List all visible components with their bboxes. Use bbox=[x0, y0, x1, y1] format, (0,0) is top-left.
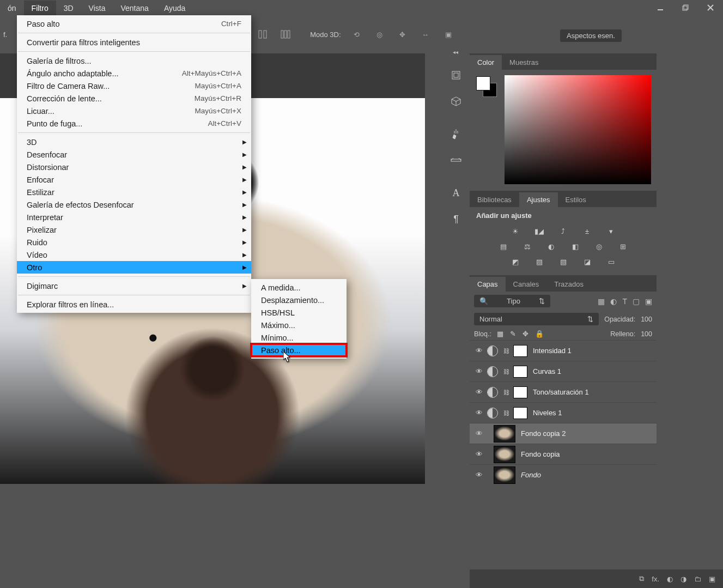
layer-item[interactable]: 👁⛓Curvas 1 bbox=[470, 361, 657, 381]
menu-item[interactable]: Ruido▶ bbox=[17, 236, 251, 248]
scale-icon[interactable]: ▣ bbox=[441, 27, 455, 41]
restore-button[interactable] bbox=[673, 0, 698, 15]
selectivecolor-icon[interactable]: ◪ bbox=[580, 256, 595, 268]
add-mask-icon[interactable]: ◐ bbox=[667, 575, 673, 583]
filter-type-icon[interactable]: T bbox=[622, 297, 627, 306]
link-layers-icon[interactable]: ⧉ bbox=[639, 574, 644, 583]
posterize-icon[interactable]: ▨ bbox=[532, 256, 547, 268]
roll-icon[interactable]: ◎ bbox=[373, 27, 387, 41]
align-icon-2[interactable] bbox=[278, 27, 293, 41]
visibility-toggle[interactable]: 👁 bbox=[473, 429, 485, 438]
menubar-item-ventana[interactable]: Ventana bbox=[113, 1, 156, 16]
menu-item[interactable]: Distorsionar▶ bbox=[17, 161, 251, 173]
filter-smart-icon[interactable]: ▣ bbox=[645, 297, 652, 306]
tab-canales[interactable]: Canales bbox=[506, 277, 547, 292]
submendu-item[interactable]: Desplazamiento... bbox=[251, 294, 347, 306]
tab-color[interactable]: Color bbox=[470, 55, 502, 70]
menu-item[interactable]: Explorar filtros en línea... bbox=[17, 298, 251, 311]
menu-item[interactable]: Otro▶ bbox=[17, 261, 251, 274]
submendu-item[interactable]: Mínimo... bbox=[251, 331, 347, 344]
tab-ajustes[interactable]: Ajustes bbox=[519, 192, 558, 207]
menu-item[interactable]: Convertir para filtros inteligentes bbox=[17, 36, 251, 49]
invert-icon[interactable]: ◩ bbox=[508, 256, 523, 268]
filter-shape-icon[interactable]: ▢ bbox=[633, 297, 640, 306]
new-adjust-icon[interactable]: ◑ bbox=[681, 575, 686, 583]
submendu-item[interactable]: Máximo... bbox=[251, 319, 347, 331]
layer-name[interactable]: Intensidad 1 bbox=[533, 347, 572, 355]
exposure-icon[interactable]: ± bbox=[580, 225, 595, 237]
visibility-toggle[interactable]: 👁 bbox=[473, 409, 485, 417]
tab-capas[interactable]: Capas bbox=[470, 277, 506, 292]
visibility-toggle[interactable]: 👁 bbox=[473, 450, 485, 458]
menu-item[interactable]: Pixelizar▶ bbox=[17, 223, 251, 236]
channelmixer-icon[interactable]: ⊞ bbox=[616, 240, 631, 252]
pan-icon[interactable]: ✥ bbox=[396, 27, 410, 41]
menu-item[interactable]: Vídeo▶ bbox=[17, 248, 251, 261]
tab-estilos[interactable]: Estilos bbox=[558, 192, 594, 207]
character-icon[interactable]: A bbox=[446, 183, 466, 203]
layer-item[interactable]: 👁Fondo bbox=[470, 464, 657, 485]
layer-mask-thumb[interactable] bbox=[513, 407, 527, 419]
align-icon-1[interactable] bbox=[256, 27, 270, 41]
panels-collapse-handle[interactable]: ◂◂ bbox=[446, 49, 465, 54]
filter-pixel-icon[interactable]: ▦ bbox=[598, 297, 605, 306]
photofilter-icon[interactable]: ◎ bbox=[592, 240, 607, 252]
history-icon[interactable] bbox=[446, 65, 466, 85]
layer-thumb[interactable] bbox=[494, 466, 515, 484]
menu-item[interactable]: Filtro de Camera Raw...Mayús+Ctrl+A bbox=[17, 80, 251, 92]
menu-item[interactable]: Interpretar▶ bbox=[17, 211, 251, 223]
orbit-icon[interactable]: ⟲ bbox=[350, 27, 364, 41]
close-button[interactable] bbox=[698, 0, 723, 15]
minimize-button[interactable] bbox=[648, 0, 673, 15]
colorbalance-icon[interactable]: ◐ bbox=[544, 240, 559, 252]
opacity-value[interactable]: 100 bbox=[641, 316, 652, 323]
menubar-item-3d[interactable]: 3D bbox=[56, 1, 81, 16]
menu-item[interactable]: Galería de efectos Desenfocar▶ bbox=[17, 198, 251, 211]
menu-item[interactable]: Digimarc▶ bbox=[17, 280, 251, 292]
layer-thumb[interactable] bbox=[494, 425, 515, 442]
layer-item[interactable]: 👁⛓Intensidad 1 bbox=[470, 340, 657, 361]
tab-muestras[interactable]: Muestras bbox=[502, 55, 546, 70]
3d-panel-icon[interactable] bbox=[446, 92, 466, 111]
layer-name[interactable]: Curvas 1 bbox=[533, 367, 561, 375]
layer-name[interactable]: Tono/saturación 1 bbox=[533, 388, 589, 396]
layer-item[interactable]: 👁⛓Niveles 1 bbox=[470, 402, 657, 423]
fg-color[interactable] bbox=[476, 76, 490, 90]
menubar-item-truncated[interactable]: ón bbox=[0, 1, 24, 16]
layer-item[interactable]: 👁Fondo copia bbox=[470, 444, 657, 464]
menu-item[interactable]: Desenfocar▶ bbox=[17, 148, 251, 161]
visibility-toggle[interactable]: 👁 bbox=[473, 471, 485, 479]
brush-icon[interactable] bbox=[446, 124, 466, 144]
hue-icon[interactable]: ⚖ bbox=[520, 240, 535, 252]
gradientmap-icon[interactable]: ▭ bbox=[604, 256, 619, 268]
menu-item[interactable]: Punto de fuga...Alt+Ctrl+V bbox=[17, 117, 251, 130]
layer-name[interactable]: Niveles 1 bbox=[533, 409, 562, 417]
swatches-icon[interactable] bbox=[446, 150, 466, 170]
levels-icon[interactable]: ▮◢ bbox=[532, 225, 547, 237]
menu-item[interactable]: Corrección de lente...Mayús+Ctrl+R bbox=[17, 92, 251, 105]
layer-thumb[interactable] bbox=[494, 446, 515, 463]
vibrance-icon[interactable]: ▤ bbox=[496, 240, 511, 252]
bw-icon[interactable]: ◧ bbox=[568, 240, 583, 252]
new-group-icon[interactable]: 🗀 bbox=[694, 575, 701, 583]
menu-item[interactable]: Ángulo ancho adaptable...Alt+Mayús+Ctrl+… bbox=[17, 67, 251, 80]
visibility-toggle[interactable]: 👁 bbox=[473, 347, 485, 355]
paragraph-icon[interactable]: ¶ bbox=[446, 209, 466, 229]
tab-trazados[interactable]: Trazados bbox=[546, 277, 591, 292]
lock-image-icon[interactable]: ✎ bbox=[510, 330, 516, 338]
curves-icon[interactable]: ⤴ bbox=[556, 225, 571, 237]
layer-mask-thumb[interactable] bbox=[513, 386, 527, 398]
menu-item[interactable]: Paso altoCtrl+F bbox=[17, 17, 251, 30]
layer-mask-thumb[interactable] bbox=[513, 345, 527, 357]
menu-item[interactable]: Enfocar▶ bbox=[17, 173, 251, 186]
layer-mask-thumb[interactable] bbox=[513, 366, 527, 378]
menubar-item-ayuda[interactable]: Ayuda bbox=[156, 1, 193, 16]
layer-item[interactable]: 👁Fondo copia 2 bbox=[470, 423, 657, 444]
visibility-toggle[interactable]: 👁 bbox=[473, 367, 485, 375]
submendu-item[interactable]: Paso alto... bbox=[251, 344, 347, 356]
new-layer-icon[interactable]: ▣ bbox=[709, 575, 715, 583]
slide-icon[interactable]: ↔ bbox=[418, 27, 433, 41]
tab-bibliotecas[interactable]: Bibliotecas bbox=[470, 192, 519, 207]
menu-item[interactable]: 3D▶ bbox=[17, 136, 251, 148]
dropdown-icon[interactable]: ▾ bbox=[604, 225, 619, 237]
